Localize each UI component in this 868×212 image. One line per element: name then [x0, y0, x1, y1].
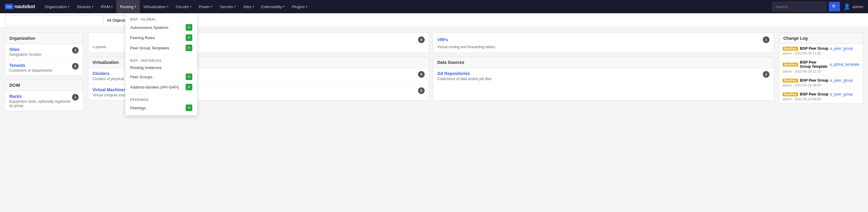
dropdown-item-peer-group-templates[interactable]: Peer Group Templates + — [125, 43, 197, 53]
list-item: Git Repositories Collections of data and… — [433, 68, 774, 84]
nav-item-circuits[interactable]: Circuits ▾ — [172, 0, 195, 13]
racks-link[interactable]: Racks — [9, 94, 72, 99]
racks-count: 1 — [72, 94, 79, 101]
dropdown-item-address-families[interactable]: Address-families (AFI-SAFI) + — [125, 82, 197, 92]
change-log-item: Modified BGP Peer Group a_peer_group adm… — [779, 44, 863, 58]
chevron-down-icon: ▾ — [68, 5, 70, 8]
sites-count: 3 — [72, 47, 79, 54]
git-repositories-desc: Collections of data and/or job files — [437, 77, 492, 81]
nav-item-virtualization[interactable]: Virtualization ▾ — [140, 0, 172, 13]
dropdown-item-autonomous-systems[interactable]: Autonomous Systems + — [125, 22, 197, 33]
chevron-down-icon: ▾ — [190, 5, 191, 8]
change-log-body: Modified BGP Peer Group a_peer_group adm… — [779, 44, 863, 103]
nav-item-routing[interactable]: Routing ▾ — [116, 0, 140, 13]
nav-item-power[interactable]: Power ▾ — [195, 0, 216, 13]
change-log-item: Modified BGP Peer Group Template a_globa… — [779, 58, 863, 76]
badge-modified: Modified — [783, 63, 798, 67]
vrfs-link[interactable]: VRFs — [437, 37, 448, 42]
right-column: Change Log Modified BGP Peer Group a_pee… — [779, 33, 863, 115]
list-item: Tenants Customers or departments 0 — [5, 60, 83, 76]
chevron-down-icon: ▾ — [211, 5, 213, 8]
chevron-down-icon: ▾ — [135, 5, 136, 8]
change-log-type: BGP Peer Group — [800, 78, 828, 82]
add-autonomous-systems-button[interactable]: + — [186, 24, 192, 31]
nav-item-devices[interactable]: Devices ▾ — [73, 0, 97, 13]
change-log-header: Change Log — [779, 33, 863, 44]
nav-item-secrets[interactable]: Secrets ▾ — [216, 0, 239, 13]
change-log-link[interactable]: a_global_template — [830, 62, 859, 67]
secondary-search-input[interactable] — [5, 15, 103, 26]
change-log-meta: admin - 2022-05-29 11:20 — [783, 70, 859, 73]
dropdown-item-peering-roles[interactable]: Peering Roles + — [125, 33, 197, 43]
user-menu[interactable]: 👤 admin — [844, 3, 863, 10]
vrfs-desc: Virtual routing and forwarding tables — [437, 45, 770, 49]
change-log-link[interactable]: a_peer_group — [830, 78, 853, 82]
username: admin — [852, 4, 863, 9]
nav-search-input[interactable] — [772, 2, 827, 11]
list-item: Racks Equipment racks, optionally organi… — [5, 91, 83, 111]
add-peer-groups-button[interactable]: + — [186, 73, 192, 80]
racks-desc: Equipment racks, optionally organized by… — [9, 99, 72, 108]
chevron-down-icon: ▾ — [111, 5, 113, 8]
dropdown-item-peer-groups[interactable]: Peer Groups + — [125, 72, 197, 82]
chevron-down-icon: ▾ — [283, 5, 284, 8]
dropdown-section-peerings: Peerings — [125, 96, 197, 103]
change-log-type: BGP Peer Group — [800, 46, 828, 50]
list-item: Sites Geographic location 3 — [5, 44, 83, 60]
vrfs-count: 1 — [763, 36, 770, 43]
clusters-count: 0 — [418, 71, 425, 78]
dropdown-section-bgp-instances: BGP - Instances — [125, 57, 197, 64]
virtual-machines-count: 0 — [418, 87, 425, 94]
change-log-link[interactable]: a_peer_group — [830, 46, 853, 50]
organization-card-body: Sites Geographic location 3 Tenants Cust… — [5, 44, 83, 76]
dropdown-item-routing-instances[interactable]: Routing Instances — [125, 64, 197, 72]
brand[interactable]: >>> nautobot — [5, 4, 35, 9]
nav-item-jobs[interactable]: Jobs ▾ — [239, 0, 257, 13]
chevron-down-icon: ▾ — [92, 5, 93, 8]
dcim-card-body: Racks Equipment racks, optionally organi… — [5, 91, 83, 111]
data-sources-card-header: Data Sources — [433, 57, 774, 68]
tenants-count: 0 — [72, 63, 79, 70]
nav-item-extensibility[interactable]: Extensibility ▾ — [258, 0, 288, 13]
dcim-card-header: DCIM — [5, 80, 83, 91]
left-column: Organization Sites Geographic location 3… — [5, 33, 83, 115]
dropdown-menu: BGP - Global Autonomous Systems + Peerin… — [125, 13, 197, 116]
change-log-type: BGP Peer Group — [800, 92, 828, 96]
organization-card-header: Organization — [5, 33, 83, 44]
nav-item-organization[interactable]: Organization ▾ — [41, 0, 73, 13]
badge-modified: Modified — [783, 47, 798, 50]
nav-item-ipam[interactable]: IPAM ▾ — [97, 0, 116, 13]
add-peering-roles-button[interactable]: + — [186, 34, 192, 41]
change-log-type: BGP Peer Group Template — [800, 60, 828, 69]
change-log-link[interactable]: a_peer_group — [830, 92, 853, 96]
add-peerings-button[interactable]: + — [186, 105, 192, 111]
dropdown-section-bgp-global: BGP - Global — [125, 16, 197, 22]
chevron-down-icon: ▾ — [167, 5, 168, 8]
change-log-meta: admin - 2022-05-29 11:20 — [783, 51, 859, 55]
dcim-card: DCIM Racks Equipment racks, optionally o… — [5, 79, 83, 111]
sites-link[interactable]: Sites — [9, 47, 41, 52]
nav-search-button[interactable]: 🔍 — [829, 2, 840, 11]
change-log-meta: admin - 2022-05-29 08:09 — [783, 83, 859, 87]
nav-item-plugins[interactable]: Plugins ▾ — [288, 0, 311, 13]
change-log-card: Change Log Modified BGP Peer Group a_pee… — [779, 33, 863, 104]
chevron-down-icon: ▾ — [253, 5, 254, 8]
sites-desc: Geographic location — [9, 52, 41, 57]
git-repositories-link[interactable]: Git Repositories — [437, 71, 492, 76]
badge-modified: Modified — [783, 79, 798, 82]
add-address-families-button[interactable]: + — [186, 84, 192, 90]
dropdown-item-peerings[interactable]: Peerings + — [125, 103, 197, 113]
tenants-desc: Customers or departments — [9, 68, 52, 73]
brand-icon: >>> — [5, 4, 13, 9]
data-sources-card: Data Sources Git Repositories Collection… — [433, 57, 774, 101]
chevron-down-icon: ▾ — [306, 5, 307, 8]
navbar: >>> nautobot Organization ▾ Devices ▾ IP… — [0, 0, 868, 13]
badge-modified: Modified — [783, 93, 798, 96]
change-log-item: Modified BGP Peer Group a_peer_group adm… — [779, 76, 863, 90]
nav-search-wrap — [772, 2, 827, 11]
tenants-link[interactable]: Tenants — [9, 63, 52, 68]
git-repositories-count: 2 — [763, 71, 770, 78]
brand-name: nautobot — [14, 4, 35, 9]
add-peer-group-templates-button[interactable]: + — [186, 44, 192, 51]
user-icon: 👤 — [844, 3, 850, 10]
